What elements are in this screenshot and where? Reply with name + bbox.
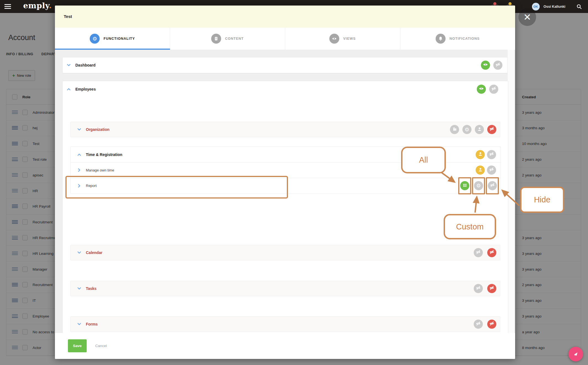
hamburger-menu-icon[interactable] [4,4,11,9]
row-label: Employees [75,87,96,91]
hide-toggle[interactable] [487,284,496,293]
tab-content[interactable]: CONTENT [170,28,285,50]
eye-off-icon [490,182,495,189]
gear-icon: ⚙ [476,183,481,188]
own-permission-toggle[interactable] [476,166,485,175]
gear-icon: ⚙ [92,36,97,41]
row-forms[interactable]: Forms [70,316,500,332]
annotation-all: All [401,147,446,173]
org-chart-icon [452,126,457,133]
own-permission-toggle[interactable] [475,125,484,134]
save-button[interactable]: Save [68,339,87,352]
row-label: Manage own time [86,168,114,172]
chevron-down-icon[interactable] [77,322,81,326]
hide-toggle[interactable] [487,320,496,329]
row-label: Report [86,184,97,188]
custom-permission-toggle[interactable]: ⚙ [462,125,472,134]
yellow-badge [508,2,512,5]
row-label: Organization [86,127,110,132]
show-toggle[interactable] [474,284,483,293]
eye-off-icon [489,126,494,133]
modal-footer: Save Cancel [55,333,515,359]
modal-title: Test [64,6,72,28]
chevron-down-icon[interactable] [77,251,81,254]
person-icon [477,126,482,133]
close-icon: ✕ [523,12,531,22]
eye-off-icon [489,151,494,158]
bell-icon [436,34,446,44]
row-organization[interactable]: Organization ⚙ [70,122,500,137]
modal-body: Dashboard Employees [55,50,515,359]
hide-toggle[interactable] [487,150,496,159]
row-employees[interactable]: Employees [63,81,508,97]
user-name: Ossi Kallunki [544,5,565,9]
hide-toggle[interactable] [493,61,502,70]
row-label: Dashboard [75,63,96,67]
scrollbar-track[interactable] [508,50,514,333]
row-report[interactable]: Report ⚙ [71,178,500,194]
row-dashboard[interactable]: Dashboard [62,57,508,73]
document-icon [211,34,221,44]
eye-off-icon [489,285,494,292]
annotation-hide: Hide [520,187,564,213]
annotation-custom: Custom [444,214,496,239]
modal-header: Test [55,6,515,28]
search-icon[interactable] [576,4,582,9]
hide-toggle[interactable] [488,181,497,190]
active-tab-underline [55,49,170,50]
eye-icon [483,62,488,68]
hide-toggle[interactable] [489,85,498,94]
person-icon [478,152,483,158]
show-toggle[interactable] [474,320,483,329]
row-label: Calendar [86,250,102,255]
show-toggle[interactable] [474,248,483,257]
avatar[interactable]: OK [532,3,540,10]
eye-off-icon [489,250,494,256]
person-icon [478,167,483,173]
hide-toggle[interactable] [487,248,496,257]
row-calendar[interactable]: Calendar [70,245,500,260]
tab-views[interactable]: VIEWS [285,28,400,50]
modal-tabs: ⚙ FUNCTIONALITY CONTENT VIEWS NOTIFICAT [55,28,515,50]
chevron-down-icon[interactable] [77,128,81,131]
report-grid-icon [462,183,467,189]
eye-off-icon [476,321,481,327]
row-tasks[interactable]: Tasks [70,281,500,296]
eye-off-icon [489,321,494,327]
feedback-fab-button[interactable] [568,347,583,361]
gear-icon: ⚙ [465,127,469,132]
visible-all-toggle[interactable] [481,61,490,70]
row-label: Tasks [86,286,97,291]
row-label: Time & Registration [86,152,122,157]
row-label: Forms [86,322,98,326]
all-annotation-box [458,177,471,194]
cancel-button[interactable]: Cancel [95,333,107,359]
all-permission-toggle[interactable] [460,181,469,190]
tab-functionality[interactable]: ⚙ FUNCTIONALITY [55,28,170,50]
eye-off-icon [476,285,481,292]
org-permission-toggle[interactable] [450,125,459,134]
eye-icon [329,34,339,44]
chevron-right-icon[interactable] [78,168,81,172]
chevron-down-icon[interactable] [77,287,81,290]
chevron-up-icon[interactable] [67,88,71,91]
paper-plane-icon [573,351,579,357]
eye-off-icon [491,86,496,92]
visible-all-toggle[interactable] [477,85,486,94]
eye-icon [479,86,484,92]
tab-notifications[interactable]: NOTIFICATIONS [400,28,515,50]
own-permission-toggle[interactable] [476,150,485,159]
screen: Account INFO / BILLING DEPARTMENTS + New… [0,0,588,365]
chevron-right-icon[interactable] [78,184,81,188]
emply-logo[interactable]: emply. [23,1,52,10]
close-button[interactable]: ✕ [518,8,536,26]
hide-toggle[interactable] [487,125,496,134]
eye-off-icon [489,167,494,173]
custom-permission-toggle[interactable]: ⚙ [474,181,483,190]
chevron-up-icon[interactable] [77,153,81,156]
chevron-down-icon[interactable] [67,64,71,67]
hide-toggle[interactable] [487,166,496,175]
red-badge [493,2,496,5]
group-employees: Employees Organization ⚙ [62,81,508,334]
custom-annotation-box: ⚙ [472,177,485,194]
